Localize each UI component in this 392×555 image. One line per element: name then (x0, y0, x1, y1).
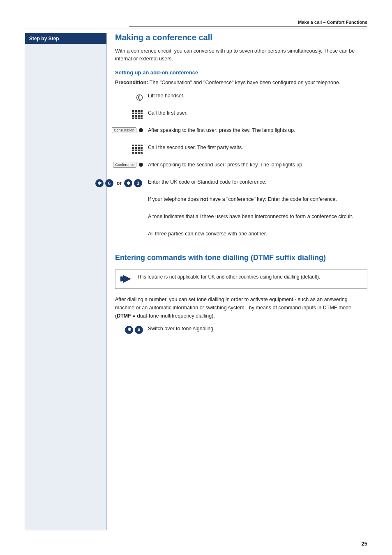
step-call-first-text: Call the first user. (148, 109, 367, 117)
consultation-label: Consultation (114, 128, 134, 132)
right-content: Making a conference call With a conferen… (115, 33, 367, 342)
precondition-text: Precondition: The "Consultation" and "Co… (115, 79, 367, 87)
step-enter-code: ✱ 6 or ✱ 3 Enter the UK code or Standard… (115, 178, 367, 191)
conference-label: Conference (115, 163, 134, 167)
conference-lamp (139, 163, 143, 167)
note-text: This feature is not applicable for UK an… (137, 273, 320, 281)
section2-wrapper: Entering commands with tone dialling (DT… (115, 253, 367, 338)
consultation-lamp (139, 128, 143, 132)
page-number: 25 (362, 541, 367, 547)
step-lift-icon-area: ✆ (115, 92, 148, 103)
handset-icon: ✆ (134, 92, 145, 104)
step-conference-icon-area: Conference (115, 161, 148, 168)
subsection-title: Setting up an add-on conference (115, 69, 367, 76)
header-divider (25, 28, 367, 28)
or-label-1: or (117, 180, 122, 186)
num3-button: 3 (134, 179, 142, 187)
step-converse-icon (115, 230, 148, 231)
step-lift-text: Lift the handset. (148, 92, 367, 100)
step-switch-icon-area: ✱ # (115, 325, 148, 334)
step-no-key-icon (115, 196, 148, 196)
step-call-second-icon-area (115, 144, 148, 154)
step-no-key-note: If your telephone does not have a "confe… (115, 196, 367, 209)
step-code-text: Enter the UK code or Standard code for c… (148, 178, 367, 186)
star-button-1: ✱ (95, 179, 104, 187)
note-icon (120, 274, 134, 285)
m-bold: m (160, 313, 165, 319)
conference-key-button: Conference (113, 162, 136, 168)
keypad-icon-2 (132, 145, 143, 154)
step-tone-text: A tone indicates that all three users ha… (148, 213, 367, 221)
star-button-3: ✱ (125, 326, 133, 334)
step-consultation-icon-area: Consultation (115, 127, 148, 133)
note-arrow-svg (120, 274, 134, 284)
main-content: Step by Step Making a conference call Wi… (25, 33, 367, 530)
steps-area: ✆ Lift the handset. Call the firs (115, 92, 367, 243)
star-button-2: ✱ (124, 179, 132, 187)
step-switch-text: Switch over to tone signaling. (148, 325, 367, 333)
page-header: Make a call – Comfort Functions (129, 20, 367, 27)
step-by-step-sidebar: Step by Step (25, 33, 107, 530)
step-tone-note: A tone indicates that all three users ha… (115, 213, 367, 226)
section1-intro: With a conference circuit, you can conve… (115, 47, 367, 63)
step-converse-text: All three parties can now converse with … (148, 230, 367, 238)
keypad-icon-1 (132, 110, 143, 120)
step-call-first: Call the first user. (115, 109, 367, 122)
conference-key-row: Conference (113, 162, 143, 168)
section2-body1: After dialling a number, you can set ton… (115, 295, 367, 320)
step-lift: ✆ Lift the handset. (115, 92, 367, 105)
not-bold: not (200, 196, 208, 202)
d-bold: d (137, 313, 140, 319)
step-code-icon-area: ✱ 6 or ✱ 3 (115, 178, 148, 187)
page: Make a call – Comfort Functions Step by … (0, 0, 392, 555)
step-no-key-text: If your telephone does not have a "confe… (148, 196, 367, 203)
section2-title: Entering commands with tone dialling (DT… (115, 253, 367, 263)
section1-title: Making a conference call (115, 33, 367, 42)
step-consultation-text: After speaking to the first user: press … (148, 127, 367, 134)
step-call-second-text: Call the second user. The first party wa… (148, 144, 367, 152)
consultation-key-button: Consultation (112, 127, 136, 133)
note-box: This feature is not applicable for UK an… (115, 269, 367, 289)
step-call-second: Call the second user. The first party wa… (115, 144, 367, 157)
step-tone-icon (115, 213, 148, 214)
svg-marker-1 (123, 275, 131, 283)
step-call-first-icon-area (115, 109, 148, 120)
step-conference-text: After speaking to the second user: press… (148, 161, 367, 169)
step-switch-tone: ✱ # Switch over to tone signaling. (115, 325, 367, 338)
step-conference: Conference After speaking to the second … (115, 161, 367, 174)
svg-rect-0 (120, 276, 123, 281)
dtmf-bold: DTMF (117, 313, 131, 319)
consultation-key-row: Consultation (112, 127, 143, 133)
hash-button: # (135, 326, 143, 334)
step-consultation: Consultation After speaking to the first… (115, 127, 367, 140)
step-converse-note: All three parties can now converse with … (115, 230, 367, 243)
t-bold: t (149, 313, 150, 319)
star-hash-area: ✱ # (125, 326, 143, 334)
num6-button: 6 (105, 179, 113, 187)
step-by-step-label: Step by Step (25, 33, 106, 44)
f-bold: f (171, 313, 173, 319)
header-title: Make a call – Comfort Functions (298, 20, 367, 25)
star-codes-area: ✱ 6 or ✱ 3 (95, 179, 143, 187)
precondition-bold: Precondition: (115, 80, 148, 85)
